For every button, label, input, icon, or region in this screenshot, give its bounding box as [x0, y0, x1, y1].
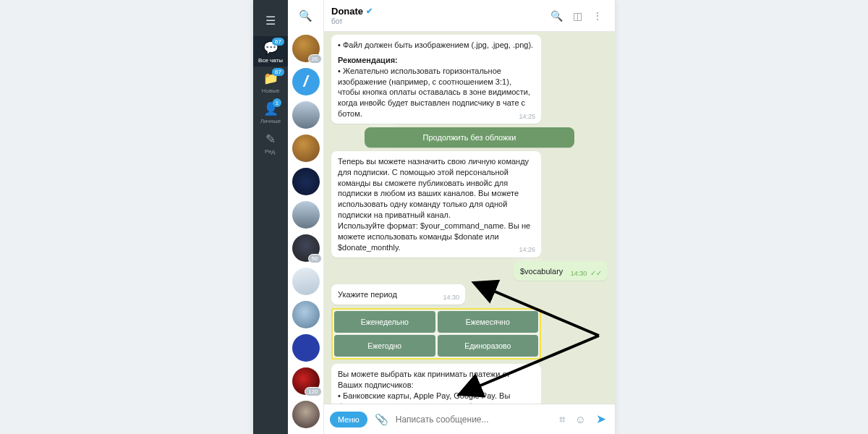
chat-avatar[interactable]	[292, 101, 320, 129]
incoming-message: • Файл должен быть изображением (.jpg, .…	[331, 35, 541, 124]
kb-btn-yearly[interactable]: Ежегодно	[334, 335, 435, 357]
chat-avatar[interactable]	[292, 301, 320, 328]
chat-title-block[interactable]: Donate✔ бот	[331, 6, 373, 25]
message-timestamp: 14:30	[443, 293, 459, 302]
chat-avatar[interactable]	[292, 268, 320, 295]
inline-keyboard-period: Еженедельно Ежемесячно Ежегодно Единораз…	[331, 308, 541, 359]
message-input[interactable]	[396, 414, 552, 425]
chat-avatar-selected[interactable]: /	[292, 68, 320, 95]
chat-subtitle: бот	[331, 17, 373, 25]
incoming-message: Укажите период 14:30	[331, 284, 465, 305]
read-checks-icon: ✓✓	[588, 269, 602, 277]
rail-label: Ред.	[265, 148, 276, 155]
header-sidepanel-icon[interactable]: ◫	[568, 7, 587, 25]
message-line: • Файл должен быть изображением (.jpg, .…	[338, 40, 535, 51]
unread-count: 50	[308, 254, 322, 263]
message-timestamp: 14:26	[519, 245, 535, 254]
hamburger-menu[interactable]: ☰	[253, 4, 288, 36]
rail-badge: 67	[272, 68, 284, 76]
rail-item-all-chats[interactable]: 67 💬 Все чаты	[253, 36, 288, 67]
keyboard-toggle-icon[interactable]: ⌗	[556, 411, 568, 428]
chat-avatar[interactable]	[292, 334, 320, 362]
chat-avatar[interactable]	[292, 168, 320, 195]
chat-avatar[interactable]	[292, 135, 320, 162]
message-body: $vocabulary	[520, 267, 563, 276]
message-body: Укажите период	[338, 290, 397, 299]
chat-header: Donate✔ бот 🔍 ◫ ⋮	[324, 0, 615, 32]
message-timestamp: 14:25	[519, 112, 535, 121]
chat-avatar[interactable]: 50	[292, 234, 320, 262]
outgoing-message: $vocabulary 14:30 ✓✓	[514, 261, 608, 281]
message-body: Теперь вы можете назначить свою личную к…	[338, 156, 535, 253]
telegram-window: ☰ 67 💬 Все чаты 67 📁 Новые 1 👤 Личные ✎ …	[253, 0, 615, 434]
chat-list: 🔍 26 / 50 120	[288, 0, 324, 434]
chat-avatar[interactable]: 120	[292, 367, 320, 395]
kb-btn-monthly[interactable]: Ежемесячно	[438, 311, 539, 333]
rail-badge: 67	[272, 38, 284, 46]
verified-badge-icon: ✔	[366, 7, 373, 16]
chat-title: Donate	[331, 6, 363, 17]
inline-button-continue-no-cover[interactable]: Продолжить без обложки	[365, 127, 574, 148]
rail-dot: 1	[273, 98, 281, 107]
chat-area: Donate✔ бот 🔍 ◫ ⋮ • Файл должен быть изо…	[324, 0, 615, 434]
emoji-icon[interactable]: ☺	[572, 411, 589, 427]
message-line: Вы можете выбрать как принимать платежи …	[338, 369, 535, 391]
folder-rail: ☰ 67 💬 Все чаты 67 📁 Новые 1 👤 Личные ✎ …	[253, 0, 288, 434]
kb-btn-weekly[interactable]: Еженедельно	[334, 311, 435, 333]
incoming-message: Вы можете выбрать как принимать платежи …	[331, 364, 541, 404]
message-body: • Желательно использовать горизонтальное…	[338, 66, 535, 119]
pencil-icon: ✎	[265, 132, 276, 147]
message-timestamp: 14:30 ✓✓	[571, 268, 602, 278]
search-icon: 🔍	[299, 9, 312, 22]
avatar-glyph: /	[303, 72, 307, 91]
chat-avatar[interactable]: 26	[292, 35, 320, 62]
rail-item-personal[interactable]: 1 👤 Личные	[253, 97, 288, 127]
rail-item-edit[interactable]: ✎ Ред.	[253, 127, 288, 158]
chat-avatar[interactable]	[292, 401, 320, 428]
rail-label: Личные	[260, 118, 281, 124]
message-line: • Банковские карты, Apple Pay, Google Pa…	[338, 391, 535, 404]
message-subheading: Рекомендация:	[338, 56, 398, 64]
chat-avatar[interactable]	[292, 201, 320, 229]
composer: Меню 📎 ⌗ ☺ ➤	[324, 404, 615, 434]
send-button[interactable]: ➤	[593, 409, 609, 429]
header-more-icon[interactable]: ⋮	[587, 7, 608, 25]
incoming-message: Теперь вы можете назначить свою личную к…	[331, 151, 541, 258]
attach-icon[interactable]: 📎	[372, 411, 391, 428]
rail-item-new[interactable]: 67 📁 Новые	[253, 67, 288, 97]
rail-label: Новые	[262, 88, 280, 94]
kb-btn-once[interactable]: Единоразово	[438, 335, 539, 357]
rail-label: Все чаты	[258, 57, 283, 64]
message-list[interactable]: • Файл должен быть изображением (.jpg, .…	[324, 32, 615, 404]
unread-count: 120	[305, 387, 321, 396]
search-button[interactable]: 🔍	[288, 0, 324, 32]
header-search-icon[interactable]: 🔍	[545, 7, 568, 25]
unread-count: 26	[308, 54, 322, 64]
bot-menu-button[interactable]: Меню	[330, 412, 367, 427]
